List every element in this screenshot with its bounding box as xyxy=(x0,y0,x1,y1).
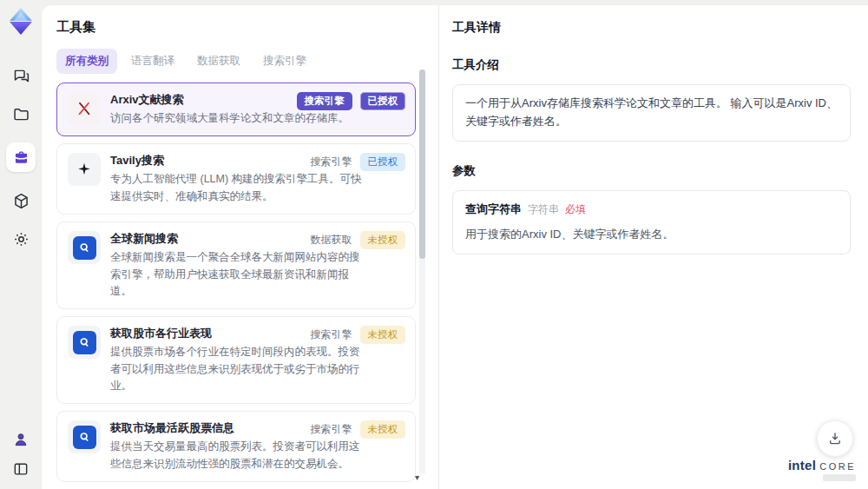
page-title: 工具集 xyxy=(56,19,438,36)
tab-language-translation[interactable]: 语言翻译 xyxy=(122,49,183,74)
tavily-star-icon xyxy=(68,153,101,186)
param-required-flag: 必填 xyxy=(565,202,586,218)
tool-list-pane: 工具集 所有类别 语言翻译 数据获取 搜索引擎 Arxiv文献搜索 访问各个研究… xyxy=(42,5,438,489)
tool-card-arxiv[interactable]: Arxiv文献搜索 访问各个研究领域大量科学论文和文章的存储库。 搜索引擎 已授… xyxy=(56,83,416,136)
tab-data-fetch[interactable]: 数据获取 xyxy=(188,49,249,74)
briefcase-icon xyxy=(12,149,30,167)
tab-search-engine[interactable]: 搜索引擎 xyxy=(254,49,315,74)
sidebar xyxy=(0,0,42,489)
brand-intel-text: intel xyxy=(788,458,816,472)
auth-status-badge: 已授权 xyxy=(360,153,406,171)
param-type: 字符串 xyxy=(528,202,559,218)
brand-core-text: CORE xyxy=(819,461,856,472)
category-label: 搜索引擎 xyxy=(311,422,352,437)
cube-icon[interactable] xyxy=(11,191,30,210)
tool-card-global-news[interactable]: 全球新闻搜索 全球新闻搜索是一个聚合全球各大新闻网站内容的搜索引擎，帮助用户快速… xyxy=(56,221,416,309)
tool-card-active-stocks[interactable]: 获取市场最活跃股票信息 提供当天交易量最高的股票列表。投资者可以利用这些信息来识… xyxy=(56,411,416,482)
main-panel: 工具集 所有类别 语言翻译 数据获取 搜索引擎 Arxiv文献搜索 访问各个研究… xyxy=(42,5,868,489)
intro-box: 一个用于从Arxiv存储库搜索科学论文和文章的工具。 输入可以是Arxiv ID… xyxy=(452,84,851,142)
user-avatar-icon[interactable] xyxy=(11,430,30,449)
sidebar-bottom xyxy=(11,430,30,479)
params-heading: 参数 xyxy=(452,163,851,179)
category-tabs: 所有类别 语言翻译 数据获取 搜索引擎 xyxy=(56,49,438,74)
category-badge: 搜索引擎 xyxy=(297,92,352,110)
category-label: 数据获取 xyxy=(311,233,352,248)
auth-status-badge: 已授权 xyxy=(360,92,406,110)
detail-title: 工具详情 xyxy=(452,20,851,36)
sidebar-nav xyxy=(6,66,36,248)
tool-list: Arxiv文献搜索 访问各个研究领域大量科学论文和文章的存储库。 搜索引擎 已授… xyxy=(56,83,416,489)
auth-status-badge: 未授权 xyxy=(360,420,406,439)
list-scrollbar-thumb[interactable] xyxy=(419,69,425,259)
folder-icon[interactable] xyxy=(11,104,30,123)
settings-gear-icon[interactable] xyxy=(11,229,30,248)
auth-status-badge: 未授权 xyxy=(360,231,406,249)
news-search-icon xyxy=(68,231,101,264)
tool-description: 全球新闻搜索是一个聚合全球各大新闻网站内容的搜索引擎，帮助用户快速获取全球最新资… xyxy=(110,249,365,300)
active-stocks-icon xyxy=(68,420,101,453)
sidebar-item-tools-active[interactable] xyxy=(6,142,36,172)
panel-toggle-icon[interactable] xyxy=(11,459,30,479)
param-box: 查询字符串 字符串 必填 用于搜索的Arxiv ID、关键字或作者姓名。 xyxy=(452,190,851,255)
download-icon xyxy=(827,431,843,446)
app-logo-icon[interactable] xyxy=(7,7,35,36)
stock-sector-icon xyxy=(68,326,101,359)
category-label: 搜索引擎 xyxy=(311,155,352,169)
intro-heading: 工具介绍 xyxy=(452,57,851,73)
auth-status-badge: 未授权 xyxy=(360,326,406,344)
category-label: 搜索引擎 xyxy=(311,327,352,342)
brand-subtext-mark xyxy=(823,474,856,481)
tool-description: 访问各个研究领域大量科学论文和文章的存储库。 xyxy=(110,110,365,127)
download-button[interactable] xyxy=(817,420,853,457)
scroll-down-arrow-icon[interactable]: ▾ xyxy=(415,472,419,482)
tab-all-categories[interactable]: 所有类别 xyxy=(56,49,117,74)
list-scrollbar-track[interactable] xyxy=(419,69,425,474)
tool-description: 提供当天交易量最高的股票列表。投资者可以利用这些信息来识别流动性强的股票和潜在的… xyxy=(110,439,365,472)
arxiv-icon xyxy=(68,92,101,125)
tool-detail-pane: 工具详情 工具介绍 一个用于从Arxiv存储库搜索科学论文和文章的工具。 输入可… xyxy=(438,5,868,489)
tool-description: 提供股票市场各个行业在特定时间段内的表现。投资者可以利用这些信息来识别表现优于或… xyxy=(110,344,365,394)
param-name: 查询字符串 xyxy=(465,201,522,219)
chat-icon[interactable] xyxy=(11,66,30,85)
tool-description: 专为人工智能代理 (LLM) 构建的搜索引擎工具。可快速提供实时、准确和真实的结… xyxy=(110,171,365,205)
tool-card-stock-sectors[interactable]: 获取股市各行业表现 提供股票市场各个行业在特定时间段内的表现。投资者可以利用这些… xyxy=(56,316,416,404)
intel-core-logo: intel CORE xyxy=(788,458,856,481)
tool-card-tavily[interactable]: Tavily搜索 专为人工智能代理 (LLM) 构建的搜索引擎工具。可快速提供实… xyxy=(56,143,416,215)
param-description: 用于搜索的Arxiv ID、关键字或作者姓名。 xyxy=(465,226,838,244)
